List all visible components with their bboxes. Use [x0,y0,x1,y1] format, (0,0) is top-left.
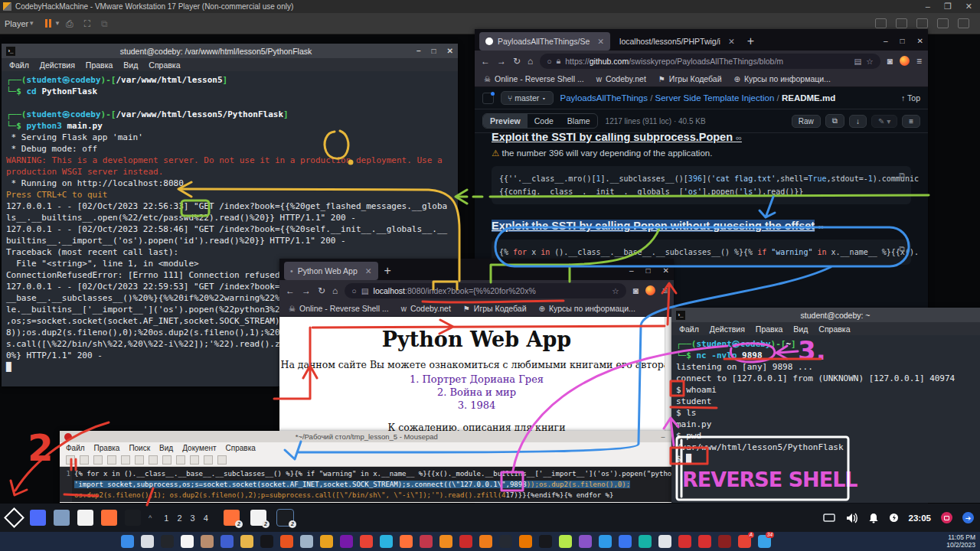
taskbar-search-icon[interactable] [141,535,154,548]
bookmark-star-icon[interactable]: ☆ [866,57,873,66]
taskbar-skype-icon[interactable]: 34 [758,535,771,548]
terminal-titlebar[interactable]: ›_ student@codeby: ~ [671,308,980,322]
taskbar-edge-icon[interactable] [380,535,393,548]
taskbar-squircle-icon[interactable] [260,535,273,548]
taskbar-vscode-icon[interactable] [599,535,612,548]
firefox-account-icon[interactable] [900,56,910,66]
send-ctrl-alt-del-icon[interactable]: ⎙ [66,18,74,29]
bookmark-item[interactable]: ⊕Курсы по информаци... [734,74,831,83]
window-close-button[interactable]: ✕ [917,37,923,45]
back-icon[interactable]: ← [286,285,295,296]
tracking-shield-icon[interactable]: ○ [351,286,356,295]
copy-raw-icon[interactable]: ⧉ [825,114,844,128]
menu-item-Поиск[interactable]: Поиск [129,444,150,452]
book-link[interactable]: 2. Война и мир [279,386,674,398]
pocket-icon[interactable]: ◙ [633,285,639,296]
screen-lock-icon[interactable] [941,512,952,523]
file-manager-icon[interactable] [54,510,70,526]
tab-localhost-phptwig[interactable]: localhost/lesson5/PHPTwig/i ✕ [613,32,741,51]
bookmark-item[interactable]: ⚑Игры Кодебай [463,304,527,313]
vmware-close-button[interactable]: ✕ [965,2,972,11]
branch-selector[interactable]: ⑂ master ▾ [501,91,554,105]
taskbar-start-icon[interactable] [121,535,134,548]
window-maximize-button[interactable]: □ [900,37,905,45]
bookmark-item[interactable]: ⊕Курсы по информаци... [539,304,635,313]
download-icon[interactable]: ↓ [849,115,867,128]
minimize-button[interactable]: – [416,47,421,55]
menu-item-Правка[interactable]: Правка [86,60,113,70]
menu-item-Правка[interactable]: Правка [756,324,782,334]
taskbar-slack-icon[interactable] [181,535,194,548]
breadcrumb-repo-link[interactable]: PayloadsAllTheThings [560,93,648,103]
mousepad-editor[interactable]: 1 {% for x in ().__class__.__base__.__su… [60,467,681,502]
bookmark-item[interactable]: ☠Online - Reverse Shell ... [289,304,389,313]
power-manager-icon[interactable] [889,513,899,523]
close-icon[interactable] [121,455,130,465]
panel-clock[interactable]: 23:05 [909,514,931,523]
taskbar-onenote-icon[interactable] [340,535,353,548]
forward-icon[interactable]: → [302,285,311,296]
app-menu-icon[interactable]: ≡ [916,56,922,67]
menu-item-Действия[interactable]: Действия [40,60,75,70]
copy-code-icon[interactable]: ⧉ [899,244,905,254]
book-link[interactable]: 1. Портрет Дориана Грея [279,373,674,385]
minimize-button[interactable]: – [662,433,665,441]
bookmark-star-icon[interactable]: ☆ [612,286,619,295]
copy-icon[interactable] [176,455,185,465]
vmware-minimize-button[interactable]: – [926,2,930,11]
taskbar-settings-red-2-icon[interactable] [698,535,711,548]
mousepad-titlebar[interactable]: *~/Рабочий стол/tmp_lesson_5 - Mousepad … [60,431,681,442]
bookmark-item[interactable]: ☠Online - Reverse Shell ... [484,74,584,83]
power-options-caret[interactable]: ▼ [54,20,60,27]
window-minimize-button[interactable]: – [884,37,888,45]
window-minimize-button[interactable]: – [629,266,634,275]
taskbar-pycharm-icon[interactable] [559,535,572,548]
save-as-icon[interactable] [107,455,116,465]
find-icon[interactable] [204,455,213,465]
taskbar-ubuntu-icon[interactable] [280,535,293,548]
tab-close-icon[interactable]: ✕ [728,37,735,46]
reader-mode-icon[interactable]: ▤ [854,57,861,66]
outline-icon[interactable]: ≡ [902,115,920,128]
device-disk-icon[interactable] [896,18,907,28]
menu-item-Правка[interactable]: Правка [94,444,120,452]
taskbar-calendar-icon[interactable] [220,535,234,548]
paste-icon[interactable] [190,455,199,465]
tab-close-icon[interactable]: ✕ [365,266,372,276]
kali-menu-icon[interactable] [6,510,22,526]
player-menu[interactable]: Player [5,19,28,28]
menu-item-Справка[interactable]: Справка [818,324,850,334]
menu-item-Файл[interactable]: Файл [679,324,699,334]
app-menu-icon[interactable]: ≡ [662,285,668,296]
terminal-icon[interactable] [125,510,141,526]
replace-icon[interactable] [217,455,227,465]
cut-icon[interactable] [162,455,172,465]
bookmark-item[interactable]: wCodeby.net [596,74,646,83]
taskbar-shotcut-icon[interactable] [459,535,472,548]
book-link[interactable]: 3. 1984 [279,399,674,411]
tab-payloadsallthethings[interactable]: PayloadsAllTheThings/Se ✕ [479,32,610,51]
bookmark-item[interactable]: wCodeby.net [401,304,451,313]
undo-icon[interactable] [135,455,144,465]
close-button[interactable]: ✕ [447,47,453,55]
bookmark-item[interactable]: ⚑Игры Кодебай [658,74,722,83]
file-tree-icon[interactable] [482,93,494,104]
windows-clock[interactable]: 11:05 PM 10/2/2023 [946,533,975,549]
edit-icon[interactable]: ✎ ▾ [871,115,897,128]
mousepad-icon[interactable]: 2 [250,510,266,526]
taskbar-blender-icon[interactable] [519,535,532,548]
window-maximize-button[interactable]: □ [646,266,651,275]
workspace-switcher[interactable]: 1 2 3 4 [164,514,211,523]
updates-icon[interactable]: ➔ [962,512,974,523]
tab-close-icon[interactable]: ✕ [597,37,604,46]
taskbar-virtualbox-icon[interactable] [300,535,313,548]
url-bar[interactable]: ○ 🔒︎ https://github.com/swisskyrepo/Payl… [540,54,880,69]
menu-item-Вид[interactable]: Вид [793,324,808,334]
back-icon[interactable]: ← [481,56,490,67]
url-bar[interactable]: ○ ▤ localhost:8080/index?book={%%20for%2… [345,283,626,298]
apps-icon[interactable] [30,510,46,526]
raw-button[interactable]: Raw [792,115,821,128]
window-close-button[interactable]: ✕ [663,266,669,275]
menu-item-Справка[interactable]: Справка [226,444,256,452]
taskbar-collage-icon[interactable] [718,535,731,548]
